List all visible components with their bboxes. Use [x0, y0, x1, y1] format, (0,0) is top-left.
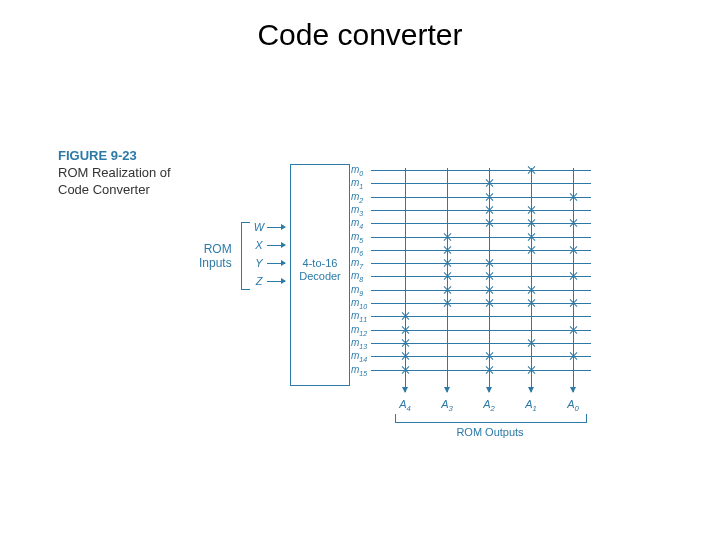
connection-m14-a0 — [569, 352, 577, 360]
minterm-line-2 — [371, 197, 591, 198]
input-w-arrow — [267, 227, 285, 228]
connection-m10-a1 — [527, 299, 535, 307]
connection-m6-a1 — [527, 246, 535, 254]
output-label-a4: A4 — [395, 398, 415, 413]
input-x-label: X — [253, 239, 265, 251]
minterm-line-9 — [371, 290, 591, 291]
minterm-line-0 — [371, 170, 591, 171]
connection-m11-a4 — [401, 312, 409, 320]
minterm-label-11: m11 — [351, 310, 371, 323]
connection-m10-a3 — [443, 299, 451, 307]
figure-label: FIGURE 9-23 ROM Realization of Code Conv… — [58, 148, 208, 199]
minterm-label-5: m5 — [351, 231, 371, 244]
figure-caption-line2: Code Converter — [58, 182, 208, 199]
minterm-label-0: m0 — [351, 164, 371, 177]
connection-m9-a2 — [485, 286, 493, 294]
decoder-box: 4-to-16 Decoder — [290, 164, 350, 386]
minterm-label-6: m6 — [351, 244, 371, 257]
connection-m6-a3 — [443, 246, 451, 254]
connection-m9-a1 — [527, 286, 535, 294]
minterm-label-10: m10 — [351, 297, 371, 310]
figure-caption-line1: ROM Realization of — [58, 165, 208, 182]
connection-m12-a0 — [569, 326, 577, 334]
minterm-label-1: m1 — [351, 177, 371, 190]
decoder-text: 4-to-16 Decoder — [291, 257, 349, 283]
minterm-line-8 — [371, 276, 591, 277]
connection-m3-a2 — [485, 206, 493, 214]
output-line-a1 — [531, 168, 532, 392]
minterm-label-7: m7 — [351, 257, 371, 270]
connection-m7-a2 — [485, 259, 493, 267]
minterm-label-8: m8 — [351, 270, 371, 283]
output-label-a0: A0 — [563, 398, 583, 413]
minterm-line-4 — [371, 223, 591, 224]
minterm-label-14: m14 — [351, 350, 371, 363]
input-y-arrow — [267, 263, 285, 264]
minterm-label-15: m15 — [351, 364, 371, 377]
rom-diagram: ROM Inputs W X Y Z 4-to-16 Decoder m0m1m… — [225, 150, 625, 450]
connection-m15-a1 — [527, 366, 535, 374]
connection-m0-a1 — [527, 166, 535, 174]
connection-m2-a2 — [485, 193, 493, 201]
connection-m5-a3 — [443, 233, 451, 241]
minterm-label-12: m12 — [351, 324, 371, 337]
connection-m8-a0 — [569, 272, 577, 280]
minterm-label-3: m3 — [351, 204, 371, 217]
minterm-line-10 — [371, 303, 591, 304]
input-z-arrow — [267, 281, 285, 282]
minterm-label-4: m4 — [351, 217, 371, 230]
rom-outputs-label: ROM Outputs — [395, 426, 585, 438]
connection-m6-a0 — [569, 246, 577, 254]
minterm-line-7 — [371, 263, 591, 264]
rom-outputs-bracket — [395, 414, 587, 423]
minterm-label-2: m2 — [351, 191, 371, 204]
output-label-a3: A3 — [437, 398, 457, 413]
minterm-line-1 — [371, 183, 591, 184]
connection-m4-a0 — [569, 219, 577, 227]
connection-m10-a2 — [485, 299, 493, 307]
connection-m15-a4 — [401, 366, 409, 374]
rom-inputs-label: ROM Inputs — [199, 242, 232, 271]
connection-m15-a2 — [485, 366, 493, 374]
page-title: Code converter — [0, 18, 720, 52]
figure-number: FIGURE 9-23 — [58, 148, 208, 165]
connection-m3-a1 — [527, 206, 535, 214]
input-y-label: Y — [253, 257, 265, 269]
connection-m13-a1 — [527, 339, 535, 347]
minterm-line-5 — [371, 237, 591, 238]
connection-m4-a1 — [527, 219, 535, 227]
inputs-bracket — [241, 222, 250, 290]
connection-m10-a0 — [569, 299, 577, 307]
connection-m5-a1 — [527, 233, 535, 241]
connection-m9-a3 — [443, 286, 451, 294]
connection-m4-a2 — [485, 219, 493, 227]
input-w-label: W — [253, 221, 265, 233]
connection-m14-a4 — [401, 352, 409, 360]
connection-m1-a2 — [485, 179, 493, 187]
connection-m2-a0 — [569, 193, 577, 201]
connection-m13-a4 — [401, 339, 409, 347]
input-x-arrow — [267, 245, 285, 246]
connection-m7-a3 — [443, 259, 451, 267]
connection-m12-a4 — [401, 326, 409, 334]
connection-m8-a2 — [485, 272, 493, 280]
minterm-line-6 — [371, 250, 591, 251]
minterm-label-9: m9 — [351, 284, 371, 297]
minterm-line-3 — [371, 210, 591, 211]
connection-m8-a3 — [443, 272, 451, 280]
output-label-a2: A2 — [479, 398, 499, 413]
input-z-label: Z — [253, 275, 265, 287]
output-label-a1: A1 — [521, 398, 541, 413]
minterm-label-13: m13 — [351, 337, 371, 350]
connection-m14-a2 — [485, 352, 493, 360]
